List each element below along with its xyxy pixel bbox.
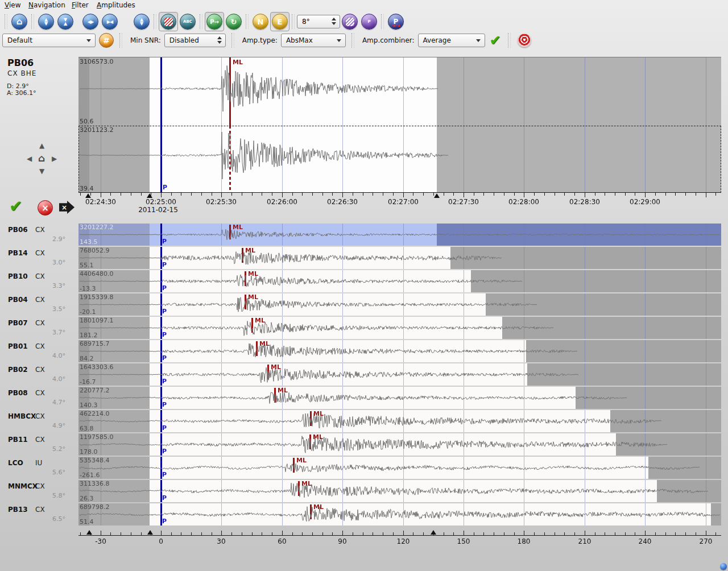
station-row-pb14[interactable]: PB14CX3.0°768052.955.1PML [0, 247, 728, 269]
p-pick-label[interactable]: P [162, 471, 167, 478]
p-pick-label[interactable]: P [162, 518, 167, 525]
station-trace-area[interactable]: 768052.955.1PML [78, 247, 721, 269]
time-window-marker[interactable] [86, 530, 92, 535]
station-row-pb04[interactable]: PB04CX3.5°1915339.8-20.1PML [0, 293, 728, 316]
nav-left-button[interactable]: ◀ [27, 155, 32, 163]
time-window-marker[interactable] [147, 530, 153, 535]
annotation-abc-button[interactable]: ABC [178, 12, 197, 31]
reject-button[interactable]: × [38, 200, 53, 216]
ml-pick-label[interactable]: ML [233, 59, 243, 66]
station-row-pb07[interactable]: PB07CX3.7°1801097.1181.2PML [0, 317, 728, 339]
menu-navigation[interactable]: Navigation [28, 1, 65, 9]
p-pick-label[interactable]: P [162, 331, 167, 338]
axis-tick [645, 193, 646, 197]
ml-pick-label[interactable]: ML [278, 387, 288, 394]
p-pick-label[interactable]: P [162, 494, 167, 502]
menu-amplitudes[interactable]: Amplitudes [97, 1, 135, 9]
station-row-lco[interactable]: LCOIU5.6°535348.4-261.6PML [0, 457, 728, 479]
amp-combiner-combobox[interactable]: Average [418, 34, 485, 47]
hash-button[interactable]: # [99, 33, 114, 48]
ml-pick-label[interactable]: ML [259, 340, 270, 347]
profile-combobox[interactable]: Default [2, 34, 96, 47]
ml-pick-label[interactable]: ML [313, 410, 324, 417]
component-e-button[interactable]: E [270, 12, 289, 31]
station-trace-area[interactable]: 3201227.2143.5PML [78, 224, 721, 246]
p-pick-label[interactable]: P [162, 424, 167, 432]
station-trace-area[interactable]: 311336.826.3PML [78, 480, 721, 502]
time-window-marker[interactable] [85, 193, 91, 198]
ml-pick-label[interactable]: ML [248, 293, 258, 301]
station-row-pb08[interactable]: PB08CX4.7°220777.2140.3PML [0, 387, 728, 409]
spinner-arrows-icon[interactable] [332, 18, 336, 25]
station-trace-area[interactable]: 535348.4-261.6PML [78, 457, 721, 479]
home-button[interactable]: ⌂ [10, 12, 29, 31]
accept-button[interactable]: ✔ [9, 197, 22, 216]
recompute-button[interactable]: ↻ [224, 12, 243, 31]
ruler-button[interactable] [159, 12, 178, 31]
amp-type-combobox[interactable]: AbsMax [281, 34, 346, 47]
time-zoom-out-button[interactable]: ◀▶ [81, 12, 100, 31]
amplitude-zoom-button[interactable]: ▲▼ [36, 12, 56, 31]
nav-up-button[interactable]: ▲ [39, 142, 44, 150]
ml-pick-label[interactable]: ML [255, 317, 265, 324]
min-snr-spinbox[interactable]: Disabled [164, 34, 226, 47]
station-row-pb06[interactable]: PB06CX2.9°3201227.2143.5PML [0, 224, 728, 246]
nav-down-button[interactable]: ▼ [39, 167, 44, 175]
station-trace-area[interactable]: 1197585.0178.0PML [78, 433, 721, 456]
amplitude-restore-button[interactable]: ▲▼ [132, 12, 151, 31]
commit-amplitudes-button[interactable]: ✔ [490, 32, 501, 48]
menu-filter[interactable]: Filter [72, 1, 89, 9]
close-export-button[interactable]: × [59, 201, 75, 214]
time-window-marker[interactable] [434, 193, 440, 198]
p-pick-label[interactable]: P [162, 448, 167, 455]
ml-pick-label[interactable]: ML [233, 224, 243, 231]
station-row-pb11[interactable]: PB11CX5.2°1197585.0178.0PML [0, 433, 728, 456]
station-row-pb01[interactable]: PB01CX4.0°689715.784.2PML [0, 340, 728, 362]
nav-home-button[interactable]: ⌂ [38, 152, 45, 164]
time-window-marker[interactable] [431, 530, 436, 535]
p-pick-label[interactable]: P [162, 261, 167, 268]
station-row-mnmcx[interactable]: MNMCXCX5.8°311336.826.3PML [0, 480, 728, 502]
station-trace-area[interactable]: 4406480.0-13.3PML [78, 270, 721, 292]
time-zoom-in-button[interactable]: ▶◀ [100, 12, 119, 31]
station-trace-area[interactable]: 462214.063.8PML [78, 410, 721, 432]
nav-right-button[interactable]: ▶ [52, 155, 57, 163]
station-row-pb02[interactable]: PB02CX4.0°1643303.6-16.7PML [0, 363, 728, 386]
p-pick-label[interactable]: P [162, 308, 167, 315]
measure-button[interactable] [340, 12, 359, 31]
p-pick-label[interactable]: P [162, 354, 167, 362]
ml-pick-label[interactable]: ML [245, 247, 255, 254]
station-trace-area[interactable]: 1801097.1181.2PML [78, 317, 721, 339]
p-pick-label[interactable]: P [162, 238, 167, 245]
component-n-icon: N [253, 14, 268, 30]
station-trace-area[interactable]: 689715.784.2PML [78, 340, 721, 362]
amplitude-fit-button[interactable]: ▼▲ [56, 12, 75, 31]
station-row-pb10[interactable]: PB10CX3.3°4406480.0-13.3PML [0, 270, 728, 292]
ml-pick-label[interactable]: ML [248, 270, 258, 278]
p-waveform-button[interactable]: P [386, 12, 406, 31]
magnitude-target-button[interactable] [518, 34, 531, 47]
station-trace-area[interactable]: 220777.2140.3PML [78, 387, 721, 409]
resize-grip[interactable] [720, 563, 727, 570]
time-window-marker[interactable] [147, 193, 152, 198]
zoom-trace-panel[interactable]: 3106573.0 50.6 3201123.2 39.4 ML P [78, 57, 721, 193]
station-trace-area[interactable]: 1643303.6-16.7PML [78, 363, 721, 386]
erase-pick-button[interactable]: P [359, 12, 379, 31]
station-trace-area[interactable]: 1915339.8-20.1PML [78, 293, 721, 316]
spinner-arrows-icon[interactable] [217, 36, 222, 44]
ml-pick-label[interactable]: ML [313, 433, 323, 441]
ml-pick-label[interactable]: ML [271, 363, 281, 371]
pick-p-button[interactable]: P→ [205, 12, 224, 31]
ml-pick-label[interactable]: ML [301, 480, 312, 487]
station-row-pb13[interactable]: PB13CX6.5°689798.251.4PML [0, 503, 728, 526]
station-trace-area[interactable]: 689798.251.4PML [78, 503, 721, 526]
station-row-hmbcx[interactable]: HMBCXCX4.9°462214.063.8PML [0, 410, 728, 432]
p-pick-label[interactable]: P [162, 401, 167, 408]
ml-pick-label[interactable]: ML [313, 503, 324, 511]
p-pick-label[interactable]: P [162, 284, 167, 292]
ml-pick-label[interactable]: ML [296, 457, 307, 464]
component-n-button[interactable]: N [251, 12, 270, 31]
rotation-angle-spinbox[interactable]: 8° [297, 15, 340, 28]
p-pick-label[interactable]: P [162, 378, 167, 385]
menu-view[interactable]: View [5, 1, 20, 9]
